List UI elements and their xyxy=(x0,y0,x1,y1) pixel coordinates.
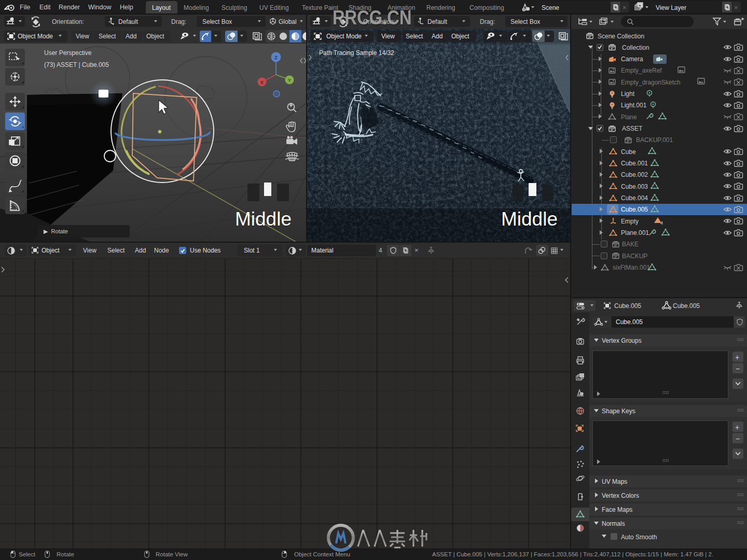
svg-text:Z: Z xyxy=(274,55,278,60)
svg-text:X: X xyxy=(260,80,264,85)
svg-text:Y: Y xyxy=(288,78,291,83)
svg-text:4: 4 xyxy=(660,220,663,226)
